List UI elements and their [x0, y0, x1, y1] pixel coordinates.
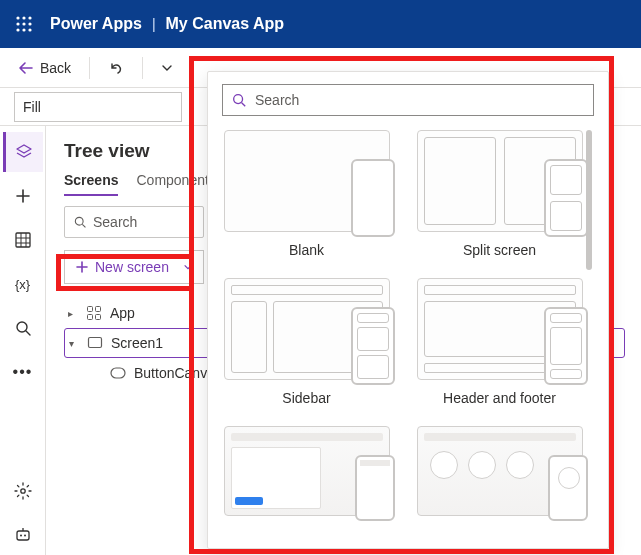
- rail-settings-button[interactable]: [3, 471, 43, 511]
- svg-point-4: [22, 22, 25, 25]
- template-split-screen[interactable]: Split screen: [415, 130, 584, 258]
- grid-icon: [14, 231, 32, 249]
- tab-screens[interactable]: Screens: [64, 172, 118, 196]
- rail-search-button[interactable]: [3, 308, 43, 348]
- template-label: Sidebar: [282, 390, 330, 406]
- new-screen-label: New screen: [95, 259, 169, 275]
- button-icon: [110, 367, 126, 379]
- svg-point-14: [24, 535, 26, 537]
- more-icon: •••: [13, 363, 33, 381]
- search-icon: [231, 92, 247, 108]
- svg-rect-9: [16, 233, 30, 247]
- flyout-search-input[interactable]: Search: [222, 84, 594, 116]
- plus-icon: [14, 187, 32, 205]
- rail-tree-view-button[interactable]: [3, 132, 43, 172]
- settings-icon: [14, 482, 32, 500]
- chevron-down-icon: [183, 262, 193, 272]
- template-thumbnail: [417, 130, 583, 232]
- flyout-search-placeholder: Search: [255, 92, 299, 108]
- template-thumbnail: [224, 278, 390, 380]
- rail-variables-button[interactable]: {x}: [3, 264, 43, 304]
- tree-search-input[interactable]: Search: [64, 206, 204, 238]
- back-label: Back: [40, 60, 71, 76]
- variable-icon: {x}: [15, 277, 30, 292]
- svg-point-11: [20, 489, 24, 493]
- separator: [89, 57, 90, 79]
- chevron-down-icon: [161, 62, 173, 74]
- svg-rect-18: [88, 315, 93, 320]
- svg-rect-16: [88, 307, 93, 312]
- svg-point-1: [22, 16, 25, 19]
- svg-point-13: [20, 535, 22, 537]
- rail-insert-button[interactable]: [3, 176, 43, 216]
- back-arrow-icon: [18, 60, 34, 76]
- template-thumbnail: [417, 426, 583, 516]
- template-label: Header and footer: [443, 390, 556, 406]
- new-screen-flyout: Search Blank Split screen: [207, 71, 609, 549]
- svg-point-2: [28, 16, 31, 19]
- svg-rect-20: [89, 338, 102, 348]
- search-icon: [14, 319, 32, 337]
- rail-virtual-agent-button[interactable]: [3, 515, 43, 555]
- template-gallery-item[interactable]: [415, 426, 584, 516]
- svg-point-0: [16, 16, 19, 19]
- app-icon: [86, 305, 102, 321]
- template-sidebar[interactable]: Sidebar: [222, 278, 391, 406]
- undo-split-button[interactable]: [155, 58, 179, 78]
- screen-icon: [87, 335, 103, 351]
- svg-rect-12: [17, 531, 29, 540]
- app-launcher-icon: [15, 15, 33, 33]
- template-thumbnail: [224, 426, 390, 516]
- new-screen-button[interactable]: New screen: [64, 250, 204, 284]
- tree-search-placeholder: Search: [93, 214, 137, 230]
- svg-point-3: [16, 22, 19, 25]
- layers-icon: [15, 143, 33, 161]
- back-button[interactable]: Back: [12, 56, 77, 80]
- template-header-footer[interactable]: Header and footer: [415, 278, 584, 406]
- property-name: Fill: [23, 99, 41, 115]
- app-name-label: My Canvas App: [166, 15, 285, 33]
- undo-button[interactable]: [102, 56, 130, 80]
- template-thumbnail: [224, 130, 390, 232]
- tree-node-label: App: [110, 305, 135, 321]
- svg-point-22: [234, 95, 243, 104]
- template-thumbnail: [417, 278, 583, 380]
- svg-rect-19: [96, 315, 101, 320]
- chevron-down-icon: ▾: [69, 338, 79, 349]
- separator: [191, 57, 192, 79]
- brand-label: Power Apps: [50, 15, 142, 33]
- app-launcher-button[interactable]: [8, 8, 40, 40]
- template-gallery-item[interactable]: [222, 426, 391, 516]
- svg-point-15: [75, 217, 83, 225]
- svg-point-6: [16, 28, 19, 31]
- svg-point-5: [28, 22, 31, 25]
- template-label: Split screen: [463, 242, 536, 258]
- rail-data-button[interactable]: [3, 220, 43, 260]
- svg-rect-17: [96, 307, 101, 312]
- undo-icon: [108, 60, 124, 76]
- svg-point-7: [22, 28, 25, 31]
- svg-rect-21: [111, 368, 125, 378]
- virtual-agent-icon: [14, 526, 32, 544]
- tree-node-label: Screen1: [111, 335, 163, 351]
- rail-more-button[interactable]: •••: [3, 352, 43, 392]
- plus-icon: [75, 260, 89, 274]
- search-icon: [73, 215, 87, 229]
- tab-components[interactable]: Components: [136, 172, 215, 196]
- property-selector[interactable]: Fill: [14, 92, 182, 122]
- svg-point-10: [17, 322, 27, 332]
- separator: [142, 57, 143, 79]
- title-bar: Power Apps | My Canvas App: [0, 0, 641, 48]
- chevron-right-icon: ▸: [68, 308, 78, 319]
- title-separator: |: [152, 16, 156, 32]
- template-blank[interactable]: Blank: [222, 130, 391, 258]
- template-label: Blank: [289, 242, 324, 258]
- left-rail: {x} •••: [0, 126, 46, 555]
- svg-point-8: [28, 28, 31, 31]
